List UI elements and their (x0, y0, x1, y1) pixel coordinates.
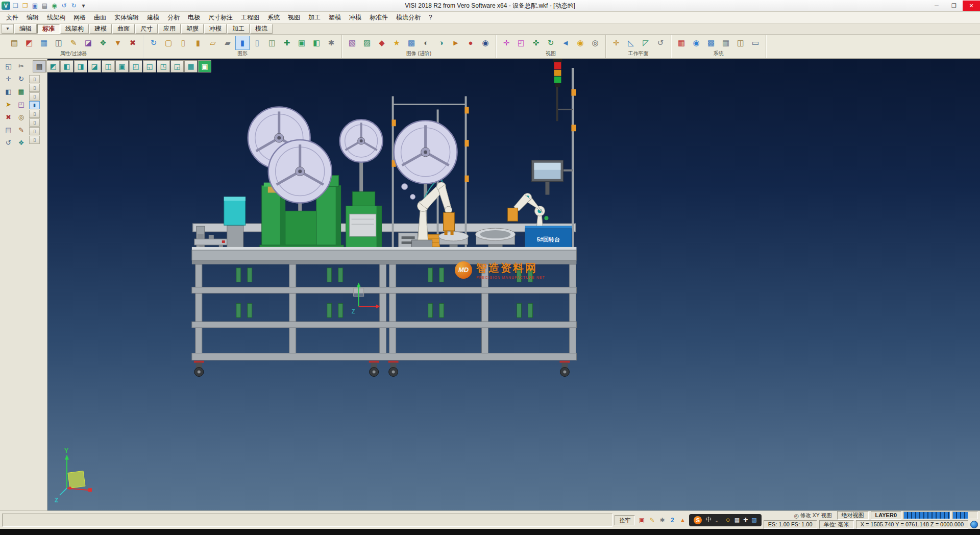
group-icon[interactable]: ❖ (15, 137, 28, 149)
redo-icon[interactable]: ↻ (69, 2, 78, 10)
messenger-icon[interactable]: 2 (668, 516, 677, 525)
menu-item[interactable]: 实体编辑 (110, 12, 143, 23)
menu-item[interactable]: 标准件 (365, 12, 392, 23)
flame-icon[interactable]: ▲ (678, 516, 687, 525)
dynamic-view-icon[interactable]: ◉ (573, 36, 587, 50)
open-folder-icon[interactable]: ❒ (21, 2, 30, 10)
display-toggle-icon[interactable]: ▯ (29, 118, 40, 127)
menu-item[interactable]: 电极 (184, 12, 204, 23)
ribbon-tab[interactable]: 编辑 (14, 24, 37, 34)
globe-icon[interactable] (970, 521, 978, 528)
workplane-reset-icon[interactable]: ↺ (653, 36, 668, 50)
shaded-edges-icon[interactable]: ▮ (235, 36, 250, 50)
render-sphere-icon[interactable]: ◉ (478, 36, 493, 50)
menu-item[interactable]: 工程图 (237, 12, 263, 23)
menu-item[interactable]: 加工 (304, 12, 325, 23)
units-indicator[interactable]: 单位: 毫米 (819, 520, 854, 529)
ribbon-tab[interactable]: 建模 (89, 24, 112, 34)
calculator-icon[interactable]: ◫ (733, 36, 748, 50)
toolbox-icon[interactable]: ✚ (743, 517, 748, 523)
mask-icon[interactable]: ◪ (81, 36, 95, 50)
texture-icon[interactable]: ▨ (360, 36, 374, 50)
shadow-icon[interactable]: ◐ (419, 36, 433, 50)
attributes-icon[interactable]: ▤ (7, 36, 21, 50)
workplane-xy-icon[interactable]: ✛ (609, 36, 623, 50)
zoom-window-icon[interactable]: ◰ (514, 36, 528, 50)
menu-item[interactable]: 模流分析 (392, 12, 425, 23)
flat-shade-icon[interactable]: ▰ (220, 36, 235, 50)
menu-item[interactable]: 编辑 (22, 12, 43, 23)
windows-taskbar[interactable] (0, 529, 980, 535)
ribbon-tab[interactable]: 标准 (37, 24, 60, 34)
scale-icon[interactable]: ◰ (15, 99, 28, 111)
clear-filter-icon[interactable]: ✖ (126, 36, 140, 50)
annotate-icon[interactable]: ✎ (15, 124, 28, 136)
regen-icon[interactable]: ↻ (146, 36, 161, 50)
ime-logo-icon[interactable]: S (694, 516, 702, 524)
color-palette-icon[interactable]: ▦ (674, 36, 689, 50)
iso-view-icon[interactable]: ◩ (46, 60, 60, 72)
light-icon[interactable]: ★ (389, 36, 404, 50)
ribbon-tab[interactable]: 加工 (227, 24, 250, 34)
rotate-view-icon[interactable]: ↻ (544, 36, 558, 50)
note-icon[interactable]: ✎ (647, 516, 656, 525)
add-geometry-icon[interactable]: ✚ (280, 36, 294, 50)
record-icon[interactable]: ● (463, 36, 478, 50)
half-solid-icon[interactable]: ◧ (309, 36, 324, 50)
display-toggle-icon[interactable]: ▯ (29, 127, 40, 135)
delete-element-icon[interactable]: ✖ (2, 111, 15, 124)
transparency-icon[interactable]: ▯ (250, 36, 264, 50)
globe-icon[interactable]: ◉ (689, 36, 703, 50)
bottom-view-icon[interactable]: ◰ (129, 60, 142, 72)
menu-item[interactable]: 曲面 (90, 12, 110, 23)
material-icon[interactable]: ◆ (375, 36, 389, 50)
remote-screen-icon[interactable]: ▣ (637, 516, 646, 525)
dimetric-view-icon[interactable]: ◳ (157, 60, 170, 72)
print-icon[interactable]: ▤ (40, 2, 49, 10)
edit-attributes-icon[interactable]: ✎ (66, 36, 81, 50)
settings-grid-icon[interactable]: ▩ (704, 36, 718, 50)
monitor-icon[interactable]: ▭ (748, 36, 763, 50)
menu-item[interactable]: 系统 (263, 12, 284, 23)
section-view-icon[interactable]: ◫ (265, 36, 279, 50)
ribbon-tab[interactable]: 塑膜 (181, 24, 204, 34)
trim-icon[interactable]: ✂ (15, 60, 28, 72)
snap-grid-icon[interactable]: ▦ (719, 36, 733, 50)
snapshot-icon[interactable]: ▧ (345, 36, 359, 50)
solid-box-icon[interactable]: ▣ (295, 36, 309, 50)
menu-item[interactable]: 线架构 (43, 12, 69, 23)
rotate-element-icon[interactable]: ↻ (15, 73, 28, 85)
ime-bar[interactable]: S 中 。 ☺▦✚▨ (689, 514, 761, 526)
cylinder-outline-icon[interactable]: ▯ (176, 36, 190, 50)
top-view-icon[interactable]: ▣ (115, 60, 129, 72)
display-toggle-icon[interactable]: ▮ (29, 101, 40, 109)
display-toggle-icon[interactable]: ▯ (29, 84, 40, 92)
viewport-3d[interactable]: 5#回转台 (47, 59, 980, 510)
menu-item[interactable]: 冲模 (345, 12, 365, 23)
zoom-all-icon[interactable]: ✛ (499, 36, 513, 50)
ribbon-tab[interactable]: 模流 (250, 24, 273, 34)
maximize-button[interactable]: ❐ (945, 1, 963, 11)
display-options-icon[interactable]: ✱ (324, 36, 338, 50)
left-view-icon[interactable]: ◪ (88, 60, 101, 72)
preview-icon[interactable]: ◉ (50, 2, 59, 10)
keyboard-icon[interactable]: ▦ (734, 517, 740, 523)
ribbon-tab[interactable]: 曲面 (112, 24, 135, 34)
workplane-3point-icon[interactable]: ◸ (639, 36, 653, 50)
ime-punctuation-toggle[interactable]: 。 (715, 516, 721, 524)
menu-item[interactable]: 视图 (284, 12, 304, 23)
pattern-icon[interactable]: ▦ (15, 86, 28, 98)
layer-filter-icon[interactable]: ▦ (37, 36, 51, 50)
layer-manager-icon[interactable]: ▤ (2, 124, 15, 136)
element-filter-icon[interactable]: ◫ (52, 36, 66, 50)
save-icon[interactable]: ▣ (31, 2, 39, 10)
active-layer-indicator[interactable]: LAYER0 (871, 511, 901, 520)
menu-item[interactable]: 分析 (163, 12, 184, 23)
quick-access-options-icon[interactable]: ▾ (79, 2, 88, 10)
menu-item[interactable]: 塑模 (325, 12, 345, 23)
ribbon-tab[interactable]: 应用 (158, 24, 181, 34)
back-view-icon[interactable]: ◨ (74, 60, 87, 72)
match-properties-icon[interactable]: ❖ (96, 36, 110, 50)
ribbon-tab[interactable]: 尺寸 (135, 24, 158, 34)
history-icon[interactable]: ↺ (2, 137, 15, 149)
